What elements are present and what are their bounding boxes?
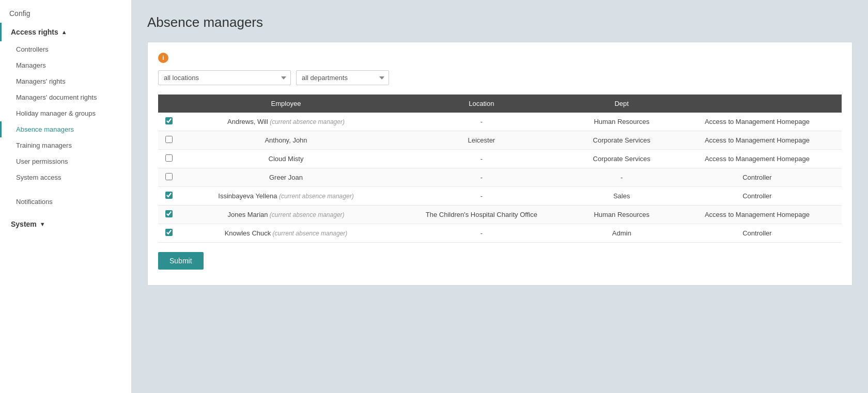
sidebar-item-managers-doc-rights[interactable]: Managers' document rights — [0, 89, 131, 105]
location-cell: - — [392, 150, 571, 168]
dept-cell: Human Resources — [571, 206, 673, 224]
row-checkbox-cell — [158, 224, 180, 243]
row-checkbox[interactable] — [165, 173, 173, 180]
sidebar: Config Access rights ▲ Controllers Manag… — [0, 0, 132, 393]
sidebar-item-managers-rights[interactable]: Managers' rights — [0, 73, 131, 89]
sidebar-item-absence-managers[interactable]: Absence managers — [0, 121, 131, 137]
dept-cell: Admin — [571, 224, 673, 243]
access-rights-label: Access rights — [11, 28, 58, 36]
employee-cell: Anthony, John — [180, 131, 392, 150]
employee-name: Andrews, Will — [227, 118, 268, 125]
table-header-row: Employee Location Dept — [158, 95, 842, 113]
config-label: Config — [0, 5, 131, 23]
filter-row: all locations Leicester The Children's H… — [158, 70, 842, 85]
location-cell: Leicester — [392, 131, 571, 150]
system-label: System — [11, 220, 37, 228]
dept-cell: Human Resources — [571, 113, 673, 131]
table-row: Knowles Chuck (current absence manager)-… — [158, 224, 842, 243]
employee-name: Greer Joan — [269, 174, 303, 181]
location-cell: The Children's Hospital Charity Office — [392, 206, 571, 224]
access-rights-items: Controllers Managers Managers' rights Ma… — [0, 41, 131, 185]
employee-cell: Knowles Chuck (current absence manager) — [180, 224, 392, 243]
row-checkbox-cell — [158, 168, 180, 187]
access-rights-header[interactable]: Access rights ▲ — [0, 23, 131, 41]
row-checkbox[interactable] — [165, 154, 173, 162]
employee-cell: Cloud Misty — [180, 150, 392, 168]
employee-note: (current absence manager) — [268, 211, 344, 218]
location-filter[interactable]: all locations Leicester The Children's H… — [158, 70, 291, 85]
access-cell: Controller — [673, 187, 842, 206]
dept-cell: Corporate Services — [571, 150, 673, 168]
employee-name: Knowles Chuck — [225, 229, 271, 237]
page-title: Absence managers — [147, 14, 853, 30]
col-dept: Dept — [571, 95, 673, 113]
main-content: Absence managers i all locations Leicest… — [132, 0, 868, 393]
row-checkbox[interactable] — [165, 117, 173, 124]
access-cell: Access to Management Homepage — [673, 150, 842, 168]
col-access — [673, 95, 842, 113]
employee-name: Cloud Misty — [269, 155, 304, 163]
row-checkbox[interactable] — [165, 136, 173, 143]
access-cell: Access to Management Homepage — [673, 113, 842, 131]
sidebar-item-user-permissions[interactable]: User permissions — [0, 153, 131, 169]
access-cell: Controller — [673, 168, 842, 187]
row-checkbox-cell — [158, 131, 180, 150]
submit-button[interactable]: Submit — [158, 252, 204, 270]
table-row: Jones Marian (current absence manager)Th… — [158, 206, 842, 224]
system-header[interactable]: System ▼ — [0, 215, 131, 233]
access-cell: Access to Management Homepage — [673, 131, 842, 150]
sidebar-item-controllers[interactable]: Controllers — [0, 41, 131, 57]
row-checkbox-cell — [158, 187, 180, 206]
row-checkbox[interactable] — [165, 210, 173, 217]
info-row: i — [158, 53, 842, 63]
info-icon: i — [158, 53, 168, 63]
table-row: Greer Joan--Controller — [158, 168, 842, 187]
access-cell: Controller — [673, 224, 842, 243]
employee-cell: Greer Joan — [180, 168, 392, 187]
table-row: Anthony, JohnLeicesterCorporate Services… — [158, 131, 842, 150]
absence-managers-table: Employee Location Dept Andrews, Will (cu… — [158, 95, 842, 243]
row-checkbox-cell — [158, 113, 180, 131]
col-checkbox — [158, 95, 180, 113]
sidebar-item-training-managers[interactable]: Training managers — [0, 137, 131, 153]
employee-cell: Andrews, Will (current absence manager) — [180, 113, 392, 131]
department-filter[interactable]: all departments Human Resources Corporat… — [296, 70, 389, 85]
access-rights-arrow: ▲ — [61, 29, 67, 35]
sidebar-item-notifications[interactable]: Notifications — [0, 194, 131, 210]
col-location: Location — [392, 95, 571, 113]
table-row: Issinbayeva Yellena (current absence man… — [158, 187, 842, 206]
row-checkbox-cell — [158, 206, 180, 224]
employee-note: (current absence manager) — [268, 118, 345, 125]
dept-cell: Corporate Services — [571, 131, 673, 150]
sidebar-item-holiday-manager-groups[interactable]: Holiday manager & groups — [0, 105, 131, 121]
row-checkbox-cell — [158, 150, 180, 168]
sidebar-item-system-access[interactable]: System access — [0, 169, 131, 185]
location-cell: - — [392, 168, 571, 187]
content-panel: i all locations Leicester The Children's… — [147, 42, 853, 286]
employee-name: Jones Marian — [227, 211, 268, 218]
system-arrow: ▼ — [40, 221, 45, 227]
location-cell: - — [392, 224, 571, 243]
table-row: Andrews, Will (current absence manager)-… — [158, 113, 842, 131]
table-row: Cloud Misty-Corporate ServicesAccess to … — [158, 150, 842, 168]
row-checkbox[interactable] — [165, 192, 173, 199]
dept-cell: Sales — [571, 187, 673, 206]
employee-cell: Jones Marian (current absence manager) — [180, 206, 392, 224]
col-employee: Employee — [180, 95, 392, 113]
employee-note: (current absence manager) — [277, 193, 354, 200]
location-cell: - — [392, 187, 571, 206]
sidebar-item-managers[interactable]: Managers — [0, 57, 131, 73]
employee-cell: Issinbayeva Yellena (current absence man… — [180, 187, 392, 206]
row-checkbox[interactable] — [165, 229, 173, 236]
employee-name: Anthony, John — [265, 136, 307, 144]
employee-note: (current absence manager) — [271, 230, 347, 237]
access-cell: Access to Management Homepage — [673, 206, 842, 224]
employee-name: Issinbayeva Yellena — [218, 192, 277, 200]
notifications-section: Notifications — [0, 194, 131, 210]
dept-cell: - — [571, 168, 673, 187]
location-cell: - — [392, 113, 571, 131]
